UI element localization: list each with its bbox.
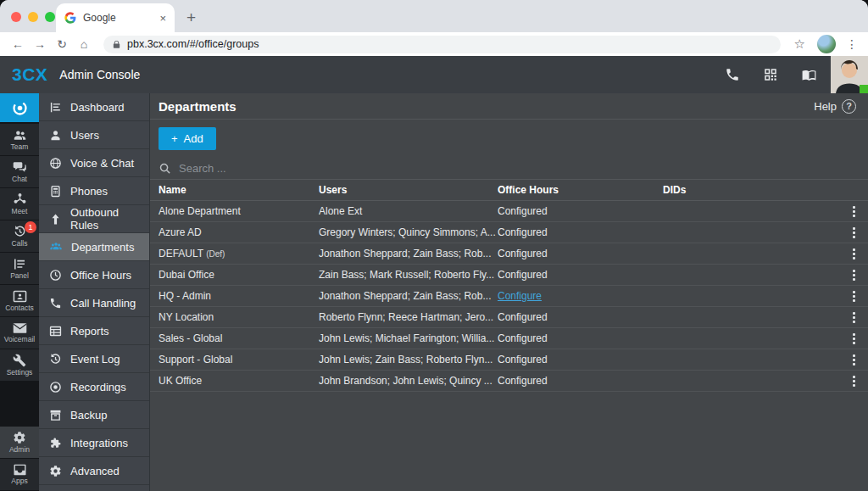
- table-row[interactable]: Sales - Global John Lewis; Michael Farin…: [150, 328, 868, 349]
- plus-icon: +: [171, 132, 178, 145]
- back-icon[interactable]: ←: [8, 37, 27, 51]
- user-icon: [49, 129, 62, 142]
- rail-item-team[interactable]: Team: [0, 124, 39, 155]
- qr-code-icon[interactable]: [763, 67, 778, 82]
- rail-label-team: Team: [11, 142, 29, 151]
- sidebar-item-users[interactable]: Users: [39, 121, 149, 149]
- row-menu-icon[interactable]: [839, 374, 868, 388]
- rail-item-settings[interactable]: Settings: [0, 349, 39, 381]
- sidebar-item-advanced[interactable]: Advanced: [39, 457, 149, 485]
- search-input[interactable]: [179, 162, 868, 175]
- help-question-icon: ?: [842, 99, 856, 114]
- app-rail: Team Chat Meet Calls 1 Panel Contacts: [0, 93, 39, 491]
- row-menu-icon[interactable]: [839, 332, 868, 346]
- manual-book-icon[interactable]: [801, 67, 817, 83]
- sidebar-item-reports[interactable]: Reports: [39, 317, 149, 345]
- row-menu-icon[interactable]: [839, 247, 868, 261]
- sidebar-item-recordings[interactable]: Recordings: [39, 373, 149, 401]
- rail-item-admin[interactable]: Admin: [0, 427, 39, 458]
- rail-item-meet[interactable]: Meet: [0, 188, 39, 220]
- column-office-hours: Office Hours: [498, 184, 663, 196]
- browser-menu-icon[interactable]: ⋮: [846, 37, 858, 51]
- department-name: Alone Department: [159, 205, 319, 217]
- browser-toolbar: ← → ↻ ⌂ pbx.3cx.com/#/office/groups ☆ ⋮: [0, 32, 868, 56]
- sidebar-label: Dashboard: [70, 101, 125, 114]
- sidebar-item-event-log[interactable]: Event Log: [39, 345, 149, 373]
- column-users: Users: [319, 184, 498, 196]
- sidebar-label: Office Hours: [70, 269, 131, 282]
- rail-item-chat[interactable]: Chat: [0, 156, 39, 187]
- office-hours-status: Configured: [498, 248, 663, 259]
- maximize-window-button[interactable]: [45, 12, 55, 22]
- help-button[interactable]: Help ?: [814, 99, 856, 114]
- table-row[interactable]: Alone Department Alone Ext Configured: [150, 201, 868, 222]
- table-row[interactable]: UK Office John Brandson; John Lewis; Qui…: [150, 371, 868, 392]
- table-row[interactable]: DEFAULT(Def) Jonathon Sheppard; Zain Bas…: [150, 243, 868, 265]
- browser-tab[interactable]: Google ×: [56, 3, 175, 32]
- sidebar-item-outbound-rules[interactable]: Outbound Rules: [39, 205, 149, 233]
- address-bar[interactable]: pbx.3cx.com/#/office/groups: [103, 36, 781, 53]
- close-window-button[interactable]: [11, 12, 21, 22]
- rail-item-admin-console[interactable]: [0, 93, 39, 122]
- forward-icon[interactable]: →: [31, 37, 49, 51]
- departments-people-icon: [49, 241, 63, 253]
- rail-item-calls[interactable]: Calls 1: [0, 220, 39, 252]
- browser-profile-avatar[interactable]: [817, 35, 836, 53]
- record-icon: [49, 381, 62, 393]
- sidebar-item-voice-chat[interactable]: Voice & Chat: [39, 149, 149, 177]
- rail-item-panel[interactable]: Panel: [0, 253, 39, 284]
- sidebar-item-backup[interactable]: Backup: [39, 401, 149, 429]
- app-title: Admin Console: [59, 68, 140, 81]
- globe-icon: [49, 157, 62, 170]
- sidebar-item-call-handling[interactable]: Call Handling: [39, 289, 149, 317]
- table-row[interactable]: Azure AD Gregory Winters; Quincy Simmons…: [150, 222, 868, 243]
- table-row[interactable]: Dubai Office Zain Bass; Mark Russell; Ro…: [150, 265, 868, 286]
- configure-link[interactable]: Configure: [498, 290, 542, 302]
- team-icon: [13, 129, 27, 142]
- rail-label-apps: Apps: [11, 477, 27, 485]
- row-menu-icon[interactable]: [839, 353, 868, 367]
- row-menu-icon[interactable]: [839, 289, 868, 304]
- row-menu-icon[interactable]: [839, 310, 868, 325]
- dialer-phone-icon[interactable]: [725, 67, 740, 82]
- rail-label-meet: Meet: [12, 207, 28, 215]
- default-suffix: (Def): [206, 249, 225, 259]
- rail-label-contacts: Contacts: [5, 304, 34, 312]
- add-button[interactable]: + Add: [159, 127, 216, 150]
- row-menu-icon[interactable]: [839, 226, 868, 240]
- bookmark-star-icon[interactable]: ☆: [794, 36, 805, 52]
- department-name: Dubai Office: [159, 269, 319, 281]
- tab-close-icon[interactable]: ×: [159, 12, 166, 25]
- table-row[interactable]: HQ - Admin Jonathon Sheppard; Zain Bass;…: [150, 286, 868, 307]
- sidebar-item-phones[interactable]: Phones: [39, 177, 149, 205]
- row-menu-icon[interactable]: [839, 268, 868, 282]
- minimize-window-button[interactable]: [28, 12, 38, 22]
- 3cx-logo: 3CX: [12, 64, 47, 85]
- sidebar-item-office-hours[interactable]: Office Hours: [39, 261, 149, 289]
- rail-label-panel: Panel: [10, 271, 29, 280]
- department-users: John Lewis; Zain Bass; Roberto Flyn...: [319, 354, 498, 365]
- apps-box-icon: [13, 464, 27, 476]
- table-row[interactable]: NY Location Roberto Flynn; Reece Hartman…: [150, 307, 868, 328]
- sidebar-item-departments[interactable]: Departments: [39, 233, 149, 261]
- rail-item-apps[interactable]: Apps: [0, 459, 39, 490]
- new-tab-button[interactable]: +: [186, 8, 196, 27]
- table-row[interactable]: Support - Global John Lewis; Zain Bass; …: [150, 349, 868, 371]
- help-label: Help: [814, 100, 837, 113]
- meet-icon: [13, 192, 27, 206]
- department-name: Azure AD: [159, 226, 319, 238]
- sidebar-item-dashboard[interactable]: Dashboard: [39, 93, 149, 121]
- voicemail-icon: [13, 322, 27, 334]
- department-users: Jonathon Sheppard; Zain Bass; Rob...: [319, 248, 498, 259]
- rail-item-voicemail[interactable]: Voicemail: [0, 317, 39, 349]
- office-hours-status: Configured: [498, 354, 663, 365]
- user-avatar[interactable]: [831, 56, 868, 93]
- column-dids: DIDs: [663, 184, 839, 196]
- refresh-icon[interactable]: ↻: [53, 37, 71, 51]
- rail-item-contacts[interactable]: Contacts: [0, 285, 39, 316]
- puzzle-icon: [49, 437, 62, 449]
- arrow-up-icon: [49, 213, 62, 226]
- home-icon[interactable]: ⌂: [75, 37, 93, 51]
- sidebar-item-integrations[interactable]: Integrations: [39, 429, 149, 457]
- row-menu-icon[interactable]: [839, 204, 868, 219]
